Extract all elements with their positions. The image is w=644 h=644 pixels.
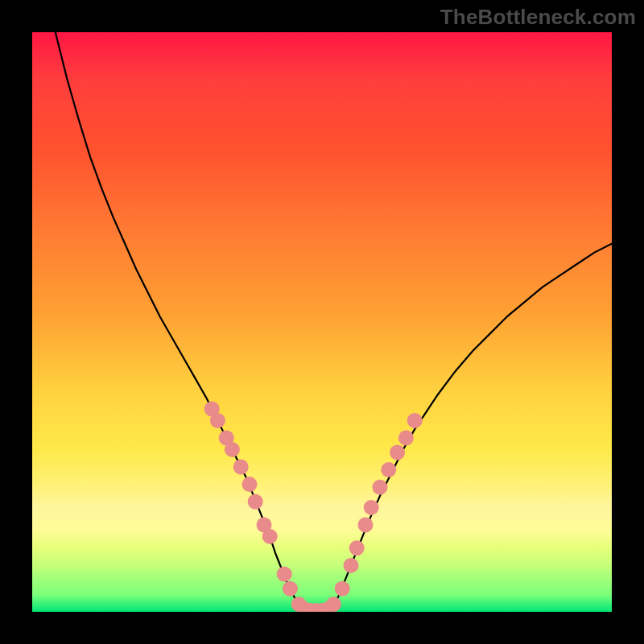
marker-dot bbox=[398, 431, 414, 446]
marker-dot bbox=[326, 597, 341, 612]
curve-layer bbox=[32, 32, 612, 612]
chart-frame: TheBottleneck.com bbox=[0, 0, 644, 644]
marker-dot bbox=[262, 529, 278, 544]
marker-dot bbox=[344, 558, 359, 573]
marker-dot bbox=[381, 462, 396, 477]
marker-dot bbox=[225, 442, 240, 457]
marker-group bbox=[204, 402, 423, 613]
marker-dot bbox=[407, 413, 423, 428]
bottleneck-curve bbox=[56, 32, 612, 612]
marker-dot bbox=[248, 494, 263, 510]
marker-dot bbox=[210, 413, 225, 428]
marker-dot bbox=[390, 445, 405, 460]
marker-dot bbox=[358, 518, 374, 533]
marker-dot bbox=[349, 540, 365, 555]
plot-area bbox=[32, 32, 612, 612]
watermark-text: TheBottleneck.com bbox=[440, 5, 636, 30]
marker-dot bbox=[283, 581, 298, 597]
marker-dot bbox=[373, 480, 388, 495]
marker-dot bbox=[277, 567, 292, 582]
marker-dot bbox=[242, 477, 258, 492]
marker-dot bbox=[233, 460, 249, 475]
marker-dot bbox=[364, 500, 379, 515]
marker-dot bbox=[335, 581, 350, 597]
